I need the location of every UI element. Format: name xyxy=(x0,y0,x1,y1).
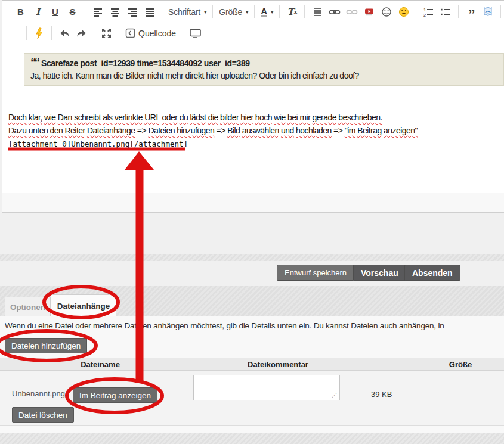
italic-button[interactable]: I xyxy=(30,4,45,20)
submit-button[interactable]: Absenden xyxy=(404,265,460,281)
column-filename: Dateiname xyxy=(81,360,120,369)
chevron-down-icon: ▾ xyxy=(271,9,274,15)
emoji-button[interactable] xyxy=(396,4,411,20)
toolbar-separator xyxy=(416,5,416,18)
toolbar-separator xyxy=(458,5,459,18)
line-spacing-button[interactable] xyxy=(310,4,324,20)
toolbar-separator xyxy=(51,26,52,40)
remove-format-button[interactable]: Tx xyxy=(285,4,299,20)
add-files-button[interactable]: Dateien hinzufügen xyxy=(5,338,87,353)
strikethrough-button[interactable]: S xyxy=(65,4,80,20)
bullet-list-button[interactable] xyxy=(438,4,453,20)
chevron-down-icon: ▾ xyxy=(204,9,206,15)
column-size: Größe xyxy=(449,360,472,369)
attachments-description: Wenn du eine Datei oder mehrere Dateien … xyxy=(5,321,504,330)
attachments-table-header: Dateiname Dateikommentar Größe xyxy=(0,358,504,371)
toolbar-separator xyxy=(279,5,280,18)
remove-link-button[interactable] xyxy=(344,4,359,20)
toolbar-separator xyxy=(26,26,27,40)
toolbar-separator xyxy=(162,5,162,18)
attachment-row: Unbenannt.png Im Beitrag anzeigen Datei … xyxy=(0,371,504,426)
source-button-label: Quellcode xyxy=(138,29,176,38)
quote-body: Ja, hätte ich. Kann man die Bilder nicht… xyxy=(30,71,497,80)
toolbar-row-1: B I U S Schriftart xyxy=(2,1,504,23)
youtube-button[interactable] xyxy=(361,4,376,20)
svg-text:2: 2 xyxy=(423,12,426,17)
size-dropdown-label: Größe xyxy=(219,7,242,17)
underline-button[interactable]: U xyxy=(48,4,63,20)
toolbar-separator xyxy=(85,5,85,18)
attachment-bbcode-line: [attachment=0]Unbenannt.png[/attachment] xyxy=(8,137,502,151)
tab-attachments[interactable]: Dateianhänge xyxy=(51,294,116,316)
align-center-icon[interactable] xyxy=(107,4,122,20)
toolbar-separator xyxy=(94,26,94,40)
attachment-filename: Unbenannt.png xyxy=(12,389,65,398)
quote-block: ““Scarefaze post_id=12939 time=153448409… xyxy=(24,53,504,86)
toolbar-separator xyxy=(304,5,305,18)
quote-open-icon: ““ xyxy=(30,56,38,69)
svg-text:<>: <> xyxy=(486,10,491,15)
post-text: Doch klar, wie Dan schreibt als verlinkt… xyxy=(8,111,502,151)
toolbar-separator xyxy=(208,26,208,40)
divider-texture-band xyxy=(0,254,504,261)
toolbar-row-2: Quellcode xyxy=(2,23,504,44)
toolbar-separator xyxy=(500,5,501,18)
undo-button[interactable] xyxy=(57,26,72,41)
attachment-size: 39 KB xyxy=(371,390,392,399)
delete-file-button[interactable]: Datei löschen xyxy=(12,407,74,423)
maximize-button[interactable] xyxy=(99,26,114,41)
toolbar-separator xyxy=(212,5,213,18)
toolbar-separator xyxy=(119,26,119,40)
dotted-divider xyxy=(0,285,504,285)
lightning-button[interactable] xyxy=(32,26,47,41)
bottom-texture-band xyxy=(0,433,504,444)
align-right-icon[interactable] xyxy=(125,4,140,20)
chevron-down-icon: ▾ xyxy=(246,9,248,15)
bbcode-button[interactable]: <> xyxy=(481,4,496,20)
preview-button[interactable]: Vorschau xyxy=(353,265,406,281)
posting-editor-page: B I U S Schriftart xyxy=(0,0,504,444)
redo-button[interactable] xyxy=(74,26,89,41)
source-button[interactable]: Quellcode xyxy=(123,28,178,38)
attachments-panel: Wenn du eine Datei oder mehrere Dateien … xyxy=(0,316,504,433)
editor-footer-bar xyxy=(2,193,504,213)
preview-monitor-button[interactable] xyxy=(188,26,203,41)
quote-button[interactable]: ” xyxy=(463,1,478,23)
ordered-list-button[interactable]: 12 xyxy=(421,4,436,20)
bold-button[interactable]: B xyxy=(13,4,28,20)
tab-options[interactable]: Optionen xyxy=(5,297,51,316)
display-in-post-button[interactable]: Im Beitrag anzeigen xyxy=(73,387,157,403)
column-comment: Dateikommentar xyxy=(248,360,308,369)
size-dropdown[interactable]: Größe ▾ xyxy=(217,4,251,20)
editor-toolbar: B I U S Schriftart xyxy=(2,1,504,44)
toolbar-separator xyxy=(254,5,255,18)
smiley-button[interactable] xyxy=(379,4,394,20)
file-comment-input[interactable] xyxy=(193,375,340,400)
rich-text-editor: B I U S Schriftart xyxy=(2,0,504,212)
quote-header: ““Scarefaze post_id=12939 time=153448409… xyxy=(30,56,497,69)
font-dropdown[interactable]: Schriftart ▾ xyxy=(166,4,209,20)
source-code-icon xyxy=(125,28,135,38)
text-color-button[interactable]: A ▾ xyxy=(259,4,274,20)
font-dropdown-label: Schriftart xyxy=(168,7,200,17)
post-line-2: Dazu unten den Reiter Dateianhänge => Da… xyxy=(8,124,502,137)
insert-link-button[interactable] xyxy=(327,4,342,20)
save-draft-button[interactable]: Entwurf speichern xyxy=(277,265,354,281)
editor-content-area[interactable]: ““Scarefaze post_id=12939 time=153448409… xyxy=(2,44,504,194)
align-left-icon[interactable] xyxy=(90,4,105,20)
text-color-icon: A xyxy=(261,7,267,17)
text-caret xyxy=(188,139,188,148)
justify-icon[interactable] xyxy=(142,4,157,20)
post-line-1: Doch klar, wie Dan schreibt als verlinkt… xyxy=(8,111,502,124)
